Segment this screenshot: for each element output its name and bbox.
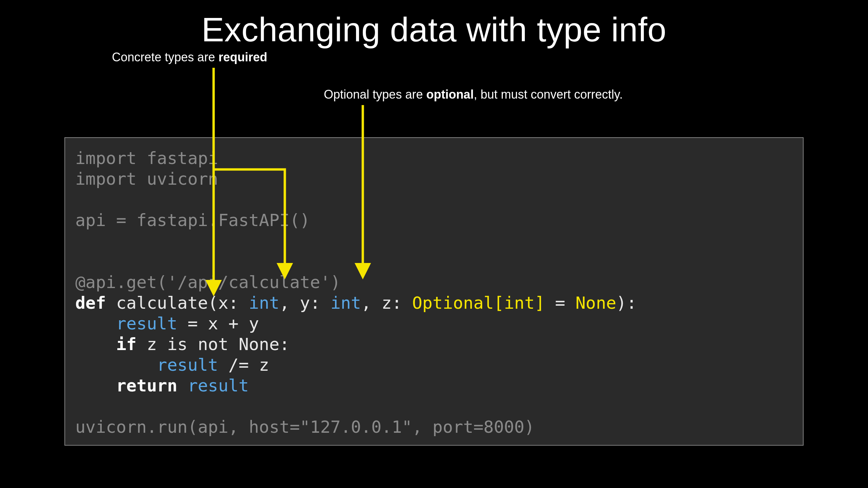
annotation-optional-pre: Optional types are [324,87,426,101]
t: , [361,293,381,313]
val-none: None [575,293,616,313]
code-line-11: result /= z [75,355,269,375]
var-result-3: result [188,376,249,395]
code-line-8: def calculate(x: int, y: int, z: Optiona… [75,293,637,313]
t [75,376,116,395]
code-content: import fastapi import uvicorn api = fast… [75,148,793,438]
t: = [545,293,575,313]
code-line-4: api = fastapi.FastAPI() [75,210,310,230]
annotation-required: Concrete types are required [112,50,267,64]
kw-if: if [116,334,136,354]
kw-return: return [116,376,177,395]
t: z is not None: [137,334,290,354]
t [75,334,116,354]
t [177,376,188,395]
var-result-2: result [157,355,218,375]
param-x: x [218,293,228,313]
fn-name: calculate [116,293,208,313]
t [75,355,157,375]
code-line-2: import uvicorn [75,169,218,189]
code-line-9: result = x + y [75,314,259,333]
type-int-1: int [249,293,279,313]
t: : [310,293,330,313]
code-line-14: uvicorn.run(api, host="127.0.0.1", port=… [75,417,535,437]
annotation-required-pre: Concrete types are [112,50,218,64]
t: = x + y [177,314,259,333]
annotation-optional-post: , but must convert correctly. [474,87,623,101]
kw-def: def [75,293,106,313]
t: : [229,293,249,313]
param-y: y [300,293,310,313]
t: ): [616,293,637,313]
annotation-required-bold: required [218,50,267,64]
code-block: import fastapi import uvicorn api = fast… [64,137,804,446]
annotation-optional: Optional types are optional, but must co… [324,87,623,102]
slide-title: Exchanging data with type info [0,10,868,49]
t [75,314,116,333]
t: ( [208,293,218,313]
code-line-1: import fastapi [75,148,218,168]
t: /= z [218,355,269,375]
t: , [279,293,300,313]
t: : [392,293,412,313]
t [106,293,116,313]
var-result-1: result [116,314,177,333]
code-line-7: @api.get('/api/calculate') [75,272,341,292]
type-int-2: int [331,293,361,313]
param-z: z [381,293,392,313]
type-optional: Optional[int] [412,293,545,313]
annotation-optional-bold: optional [426,87,474,101]
code-line-12: return result [75,376,249,395]
code-line-10: if z is not None: [75,334,290,354]
